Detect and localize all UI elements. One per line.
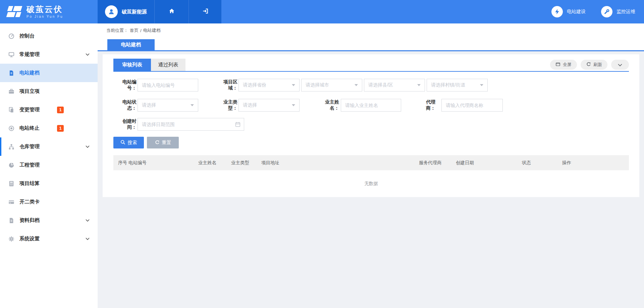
sidebar-item-type2-card[interactable]: 开二类卡 bbox=[0, 193, 98, 211]
sidebar-item-console[interactable]: 控制台 bbox=[0, 27, 98, 45]
sidebar-item-label: 常规管理 bbox=[19, 51, 40, 58]
breadcrumb: 当前位置： 首页 / 电站建档 bbox=[98, 23, 644, 38]
collapse-toolbar-button[interactable] bbox=[611, 60, 629, 70]
logout-button[interactable] bbox=[189, 0, 221, 23]
notification-badge: 1 bbox=[57, 107, 64, 113]
fullscreen-icon bbox=[555, 62, 560, 68]
sidebar-item-label: 工程管理 bbox=[19, 162, 40, 168]
station-no-input[interactable] bbox=[138, 79, 198, 91]
county-select[interactable]: 请选择县/区 bbox=[364, 79, 425, 91]
town-select[interactable]: 请选择村镇/街道 bbox=[427, 79, 488, 91]
calculator-icon bbox=[8, 180, 14, 187]
caret-down-icon bbox=[417, 84, 421, 86]
chevron-down-icon bbox=[86, 219, 90, 222]
sidebar-item-project-initiation[interactable]: 项目立项 bbox=[0, 82, 98, 101]
brand-title: 破茧云伏 bbox=[26, 5, 63, 13]
caret-down-icon bbox=[191, 104, 194, 106]
module-monitor-ops[interactable]: 监控运维 bbox=[601, 6, 635, 17]
refresh-button[interactable]: 刷新 bbox=[581, 60, 607, 70]
fullscreen-button[interactable]: 全屏 bbox=[550, 60, 577, 70]
filter-row-1: 电站编号： 项目区域： 请选择省份 请选择城市 请选择县/区 bbox=[113, 79, 629, 91]
page-tab-station-filing[interactable]: 电站建档 bbox=[107, 39, 155, 50]
sidebar-item-system-settings[interactable]: 系统设置 bbox=[0, 230, 98, 248]
chevron-down-icon bbox=[86, 238, 90, 240]
module-station-construction[interactable]: 电站建设 bbox=[551, 6, 586, 17]
breadcrumb-home[interactable]: 首页 bbox=[130, 27, 139, 34]
column-header: 业主类型 bbox=[231, 155, 249, 170]
notification-badge: 1 bbox=[57, 125, 64, 132]
file-icon bbox=[8, 217, 14, 224]
station-status-select[interactable]: 请选择 bbox=[138, 99, 198, 112]
table-header: 序号 电站编号 业主姓名 业主类型 项目地址 服务代理商 创建日期 状态 操作 bbox=[113, 155, 629, 170]
sidebar-item-label: 项目结算 bbox=[19, 180, 40, 187]
station-no-label: 电站编号： bbox=[113, 79, 137, 91]
sidebar-item-station-termination[interactable]: 电站终止 1 bbox=[0, 119, 98, 137]
sidebar: 控制台 常规管理 电站建档 bbox=[0, 23, 98, 308]
pie-chart-icon bbox=[8, 162, 14, 168]
owner-type-select[interactable]: 请选择 bbox=[238, 99, 300, 112]
user-account[interactable]: 破茧新能源 bbox=[98, 0, 154, 23]
sidebar-item-station-filing[interactable]: 电站建档 bbox=[0, 64, 98, 82]
province-select[interactable]: 请选择省份 bbox=[238, 79, 300, 91]
sidebar-item-project-settlement[interactable]: 项目结算 bbox=[0, 174, 98, 193]
column-header: 服务代理商 bbox=[419, 155, 442, 170]
city-select[interactable]: 请选择城市 bbox=[301, 79, 362, 91]
panel-tabs: 审核列表 通过列表 全屏 bbox=[113, 59, 629, 72]
sidebar-item-label: 变更管理 bbox=[19, 107, 40, 113]
sidebar-item-label: 电站建档 bbox=[19, 70, 40, 76]
owner-name-input[interactable] bbox=[341, 99, 401, 112]
sidebar-item-label: 资料归档 bbox=[19, 217, 40, 224]
briefcase-icon bbox=[8, 88, 14, 95]
sidebar-item-engineering-mgmt[interactable]: 工程管理 bbox=[0, 156, 98, 174]
gauge-icon bbox=[8, 33, 14, 39]
column-header: 序号 bbox=[118, 155, 127, 170]
wrench-icon bbox=[601, 6, 612, 17]
column-header: 操作 bbox=[562, 155, 571, 170]
station-status-label: 电站状态： bbox=[113, 99, 137, 111]
panel-toolbar: 全屏 刷新 bbox=[550, 60, 629, 70]
owner-type-label: 业主类型： bbox=[214, 99, 237, 111]
calendar-icon bbox=[235, 122, 240, 128]
sidebar-item-data-archive[interactable]: 资料归档 bbox=[0, 211, 98, 230]
chevron-down-icon bbox=[86, 145, 90, 148]
created-time-label: 创建时间： bbox=[113, 118, 137, 130]
city-placeholder: 请选择城市 bbox=[306, 82, 329, 88]
module-label: 电站建设 bbox=[567, 9, 586, 15]
header-user-strip: 破茧新能源 bbox=[98, 0, 221, 23]
column-header: 业主姓名 bbox=[198, 155, 216, 170]
main-content: 当前位置： 首页 / 电站建档 电站建档 审核列表 通过列表 bbox=[98, 23, 644, 308]
sidebar-item-change-mgmt[interactable]: 变更管理 1 bbox=[0, 101, 98, 119]
logout-icon bbox=[202, 8, 209, 15]
filter-list-panel: 审核列表 通过列表 全屏 bbox=[103, 54, 639, 197]
caret-down-icon bbox=[292, 104, 295, 106]
tab-review-list[interactable]: 审核列表 bbox=[113, 59, 151, 71]
empty-state-text: 无数据 bbox=[113, 170, 629, 197]
app-window: 破茧云伏 Po Jian Yun Fu 破茧新能源 bbox=[0, 0, 644, 308]
filter-row-3: 创建时间： bbox=[113, 118, 629, 131]
breadcrumb-separator: / bbox=[140, 28, 142, 33]
owner-type-placeholder: 请选择 bbox=[243, 102, 257, 108]
chevron-down-icon bbox=[618, 62, 622, 67]
sidebar-item-warehouse-mgmt[interactable]: 仓库管理 bbox=[0, 137, 98, 156]
county-placeholder: 请选择县/区 bbox=[368, 82, 393, 88]
monitor-icon bbox=[8, 51, 14, 58]
sidebar-item-label: 电站终止 bbox=[19, 125, 40, 131]
content-area: 审核列表 通过列表 全屏 bbox=[98, 51, 644, 197]
brand-text: 破茧云伏 Po Jian Yun Fu bbox=[26, 5, 63, 18]
header-modules: 电站建设 监控运维 bbox=[551, 0, 644, 23]
caret-down-icon bbox=[480, 84, 483, 86]
date-range-field bbox=[138, 118, 244, 131]
brand-logo: 破茧云伏 Po Jian Yun Fu bbox=[0, 0, 98, 23]
tab-passed-list[interactable]: 通过列表 bbox=[151, 59, 185, 71]
column-header: 创建日期 bbox=[456, 155, 474, 170]
search-button[interactable]: 搜索 bbox=[113, 137, 144, 148]
filter-form: 电站编号： 项目区域： 请选择省份 请选择城市 请选择县/区 bbox=[113, 72, 629, 131]
sidebar-item-label: 仓库管理 bbox=[19, 143, 40, 150]
reset-button[interactable]: 重置 bbox=[147, 137, 179, 148]
sidebar-item-label: 系统设置 bbox=[19, 236, 40, 242]
sidebar-item-general-mgmt[interactable]: 常规管理 bbox=[0, 45, 98, 64]
date-range-input[interactable] bbox=[138, 118, 244, 131]
agent-input[interactable] bbox=[441, 99, 503, 112]
home-button[interactable] bbox=[154, 0, 189, 23]
filter-actions: 搜索 重置 bbox=[113, 137, 629, 148]
